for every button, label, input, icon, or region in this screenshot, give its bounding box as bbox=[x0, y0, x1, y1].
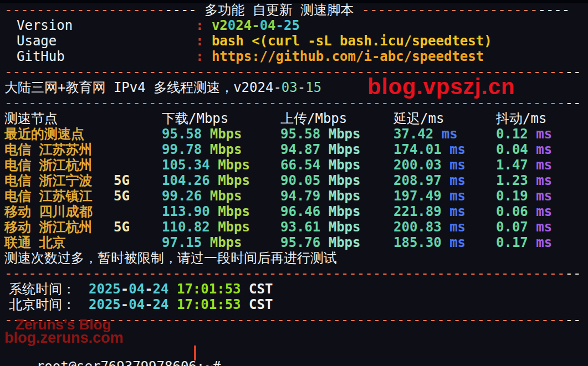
latency-value: 200.83 ms bbox=[393, 219, 466, 235]
beijing-time-row: 北京时间： 2025-04-24 17:01:53 CST bbox=[4, 297, 584, 312]
download-value: 110.82 Mbps bbox=[162, 219, 250, 235]
system-time-row: 系统时间： 2025-04-24 17:01:53 CST bbox=[4, 281, 584, 297]
download-value: 113.90 Mbps bbox=[162, 204, 250, 219]
node-name: 电信 浙江宁波 bbox=[4, 173, 92, 188]
latency-value: 174.01 ms bbox=[393, 142, 466, 157]
download-value: 105.34 Mbps bbox=[162, 157, 250, 173]
shell-prompt[interactable]: root@ser769379978606:~# bbox=[4, 343, 221, 359]
header-jitter: 抖动/ms bbox=[496, 111, 546, 126]
latency-value: 37.42 ms bbox=[393, 126, 458, 142]
version-label: Version bbox=[17, 18, 73, 33]
upload-value: 96.46 Mbps bbox=[280, 204, 361, 219]
jitter-value: 0.06 ms bbox=[496, 204, 552, 219]
github-label: GitHub bbox=[17, 49, 65, 64]
upload-value: 66.54 Mbps bbox=[280, 157, 361, 173]
beijing-time-value: 2025-04-24 17:01:53 CST bbox=[89, 297, 273, 312]
upload-value: 94.79 Mbps bbox=[280, 188, 361, 204]
upload-value: 95.76 Mbps bbox=[280, 235, 361, 250]
download-value: 99.78 Mbps bbox=[162, 142, 242, 157]
node-name: 移动 浙江杭州 bbox=[4, 219, 92, 235]
upload-value: 90.05 Mbps bbox=[280, 173, 361, 188]
jitter-value: 0.19 ms bbox=[496, 188, 552, 204]
terminal-cursor bbox=[194, 346, 196, 360]
table-header-row: 测速节点 下载/Mbps 上传/Mbps 延迟/ms 抖动/ms bbox=[4, 111, 584, 126]
info-row-version: Version : v2024-04-25 bbox=[4, 18, 584, 33]
usage-command: bash <(curl -sL bash.icu/speedtest) bbox=[212, 33, 492, 49]
system-time-label: 系统时间： bbox=[9, 281, 75, 297]
latency-value: 185.30 ms bbox=[393, 235, 466, 250]
header-node: 测速节点 bbox=[4, 111, 58, 126]
colon-separator: : bbox=[196, 33, 203, 49]
upload-value: 93.61 Mbps bbox=[280, 219, 361, 235]
usage-label: Usage bbox=[17, 33, 57, 49]
node-name: 移动 四川成都 bbox=[4, 204, 92, 219]
speed-row: 移动 四川成都113.90 Mbps96.46 Mbps221.89 ms0.0… bbox=[0, 204, 588, 219]
subtitle: 大陆三网+教育网 IPv4 多线程测速，v2024-03-15 bbox=[4, 80, 321, 95]
node-name: 电信 浙江杭州 bbox=[4, 157, 92, 173]
jitter-value: 0.07 ms bbox=[496, 219, 552, 235]
node-name: 电信 江苏镇江 bbox=[4, 188, 92, 204]
node-name: 电信 江苏苏州 bbox=[4, 142, 92, 157]
speed-row: 电信 江苏苏州99.78 Mbps94.87 Mbps174.01 ms0.04… bbox=[0, 142, 588, 157]
jitter-value: 1.47 ms bbox=[496, 157, 552, 173]
latency-value: 197.49 ms bbox=[393, 188, 466, 204]
header-latency: 延迟/ms bbox=[393, 111, 444, 126]
header-upload: 上传/Mbps bbox=[280, 111, 347, 126]
title-line: ------------------------ 多功能 自更新 测速脚本 --… bbox=[4, 2, 570, 18]
beijing-time-label: 北京时间： bbox=[9, 297, 75, 312]
separator: ----------------------------------------… bbox=[4, 266, 581, 281]
speed-row: 最近的测速点95.58 Mbps95.58 Mbps37.42 ms0.12 m… bbox=[0, 126, 588, 142]
separator: ----------------------------------------… bbox=[4, 95, 581, 111]
speed-row: 电信 浙江宁波5G104.26 Mbps90.05 Mbps208.97 ms1… bbox=[0, 173, 588, 188]
download-value: 104.26 Mbps bbox=[162, 173, 250, 188]
speed-row: 电信 浙江杭州105.34 Mbps66.54 Mbps200.03 ms1.4… bbox=[0, 157, 588, 173]
jitter-value: 1.23 ms bbox=[496, 173, 552, 188]
upload-value: 94.87 Mbps bbox=[280, 142, 361, 157]
info-row-github: GitHub : https://github.com/i-abc/speedt… bbox=[4, 49, 584, 64]
notice-text: 测速次数过多，暂时被限制，请过一段时间后再进行测试 bbox=[4, 250, 337, 266]
jitter-value: 0.12 ms bbox=[496, 126, 552, 142]
download-value: 99.26 Mbps bbox=[162, 188, 242, 204]
info-row-usage: Usage : bash <(curl -sL bash.icu/speedte… bbox=[4, 33, 584, 49]
jitter-value: 0.17 ms bbox=[496, 235, 552, 250]
github-url[interactable]: https://github.com/i-abc/speedtest bbox=[212, 49, 484, 64]
latency-value: 221.89 ms bbox=[393, 204, 466, 219]
node-name: 最近的测速点 bbox=[4, 126, 84, 142]
node-tag-5g: 5G bbox=[114, 173, 130, 188]
version-value: v2024-04-25 bbox=[212, 18, 300, 33]
jitter-value: 0.04 ms bbox=[496, 142, 552, 157]
system-time-value: 2025-04-24 17:01:53 CST bbox=[89, 281, 273, 297]
node-tag-5g: 5G bbox=[114, 188, 130, 204]
node-tag-5g: 5G bbox=[114, 219, 130, 235]
speed-row: 联通 北京97.15 Mbps95.76 Mbps185.30 ms0.17 m… bbox=[0, 235, 588, 250]
prompt-text: root@ser769379978606:~# bbox=[37, 359, 221, 366]
colon-separator: : bbox=[196, 49, 203, 64]
download-value: 95.58 Mbps bbox=[162, 126, 242, 142]
latency-value: 200.03 ms bbox=[393, 157, 466, 173]
header-download: 下载/Mbps bbox=[162, 111, 228, 126]
speed-row: 移动 浙江杭州5G110.82 Mbps93.61 Mbps200.83 ms0… bbox=[0, 219, 588, 235]
node-name: 联通 北京 bbox=[4, 235, 65, 250]
upload-value: 95.58 Mbps bbox=[280, 126, 361, 142]
colon-separator: : bbox=[196, 18, 203, 33]
speed-row: 电信 江苏镇江5G99.26 Mbps94.79 Mbps197.49 ms0.… bbox=[0, 188, 588, 204]
download-value: 97.15 Mbps bbox=[162, 235, 242, 250]
terminal-window[interactable]: ------------------------ 多功能 自更新 测速脚本 --… bbox=[0, 0, 588, 366]
latency-value: 208.97 ms bbox=[393, 173, 466, 188]
